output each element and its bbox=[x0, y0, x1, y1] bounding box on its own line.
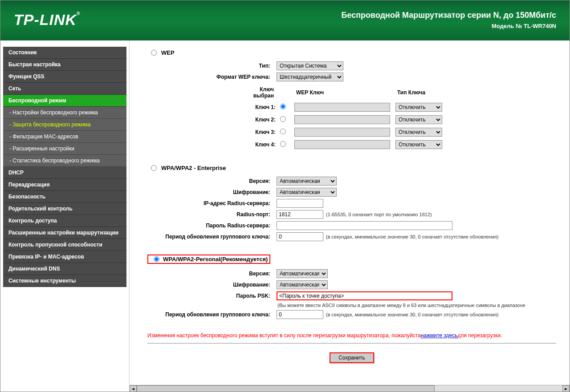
sidebar-item-5[interactable]: - Настройки беспроводного режима bbox=[3, 107, 126, 119]
radio-enterprise[interactable] bbox=[151, 165, 157, 171]
sidebar-item-18[interactable]: Динамический DNS bbox=[3, 263, 126, 275]
ent-radius-port-label: Radius-порт: bbox=[147, 211, 277, 218]
ent-version-label: Версия: bbox=[147, 178, 277, 184]
wep-key-radio-2[interactable] bbox=[280, 129, 286, 134]
reboot-notice: Изменения настроек беспроводного режима … bbox=[147, 332, 556, 339]
wep-key-input-2[interactable] bbox=[294, 128, 390, 137]
sidebar-item-7[interactable]: - Фильтрация MAC-адресов bbox=[3, 131, 126, 143]
sidebar-item-17[interactable]: Привязка IP- и MAC-адресов bbox=[3, 251, 126, 263]
wep-key-radio-3[interactable] bbox=[280, 141, 286, 147]
per-psk-help: (Вы можете ввести ASCII символы в диапаз… bbox=[277, 303, 525, 308]
ent-radius-ip-input[interactable] bbox=[277, 199, 323, 208]
save-button[interactable]: Сохранить bbox=[330, 352, 374, 363]
sidebar-item-19[interactable]: Системные инструменты bbox=[3, 275, 126, 287]
enterprise-title: WPA/WPA2 - Enterprise bbox=[161, 165, 226, 171]
wep-type-select[interactable]: Открытая Система bbox=[277, 61, 343, 70]
separator bbox=[147, 343, 556, 344]
wep-selected-header: Ключ выбран bbox=[242, 85, 277, 101]
sidebar-item-9[interactable]: - Статистика беспроводного режима bbox=[3, 155, 126, 167]
logo: TP-LINK® bbox=[14, 11, 80, 28]
per-rekey-input[interactable] bbox=[277, 310, 323, 319]
ent-radius-pass-label: Пароль Radius-сервера: bbox=[147, 222, 277, 229]
radio-wep[interactable] bbox=[151, 50, 157, 56]
sidebar-item-12[interactable]: Безопасность bbox=[3, 191, 126, 203]
personal-title: WPA/WPA2-Personal(Рекомендуется) bbox=[163, 256, 268, 263]
section-wep: WEP Тип: Открытая Система Формат WEP клю… bbox=[147, 49, 556, 151]
ent-cipher-label: Шифрование: bbox=[147, 189, 277, 195]
ent-radius-pass-input[interactable] bbox=[277, 221, 452, 230]
sidebar-item-0[interactable]: Состояние bbox=[3, 47, 126, 59]
per-version-select[interactable]: Автоматическая bbox=[277, 269, 328, 278]
sidebar-item-10[interactable]: DHCP bbox=[3, 167, 126, 179]
header-info: Беспроводной Маршрутизатор серии N, до 1… bbox=[341, 11, 556, 29]
wep-key-table: Ключ выбран WEP Ключ Тип Ключа Ключ 1:От… bbox=[241, 84, 445, 151]
wep-key-radio-0[interactable] bbox=[280, 104, 286, 109]
sidebar-item-2[interactable]: Функция QSS bbox=[3, 71, 126, 83]
sidebar-item-4[interactable]: Беспроводной режим bbox=[3, 95, 126, 107]
wep-key-type-1[interactable]: Отключить bbox=[395, 115, 442, 124]
per-psk-label: Пароль PSK: bbox=[147, 293, 277, 299]
main-content: WEP Тип: Открытая Система Формат WEP клю… bbox=[130, 40, 570, 392]
ent-cipher-select[interactable]: Автоматическая bbox=[277, 188, 337, 197]
wep-type-label: Тип: bbox=[147, 63, 277, 69]
wep-title: WEP bbox=[161, 49, 175, 56]
wep-key-type-3[interactable]: Отключить bbox=[395, 140, 442, 149]
scroll-left-icon[interactable]: ◄ bbox=[130, 385, 137, 392]
ent-version-select[interactable]: Автоматическая bbox=[277, 177, 337, 186]
ent-rekey-label: Период обновления группового ключа: bbox=[147, 234, 277, 240]
ent-radius-port-input[interactable] bbox=[277, 210, 323, 219]
scroll-thumb[interactable] bbox=[137, 385, 435, 392]
per-rekey-help: (в секундах, минимальное значение 30, 0 … bbox=[326, 312, 498, 317]
wep-key-header: WEP Ключ bbox=[293, 85, 393, 101]
ent-radius-port-help: (1-65535, 0 означает порт по умолчанию 1… bbox=[326, 212, 432, 217]
sidebar-item-16[interactable]: Контроль пропускной способности bbox=[3, 239, 126, 251]
sidebar-item-11[interactable]: Переадресация bbox=[3, 179, 126, 191]
per-cipher-label: Шифрование: bbox=[147, 282, 277, 288]
sidebar-item-8[interactable]: - Расширенные настройки bbox=[3, 143, 126, 155]
sidebar: СостояниеБыстрая настройкаФункция QSSСет… bbox=[0, 40, 130, 392]
header-model: Модель № TL-WR740N bbox=[341, 23, 556, 29]
wep-keytype-header: Тип Ключа bbox=[394, 85, 444, 101]
sidebar-item-3[interactable]: Сеть bbox=[3, 83, 126, 95]
section-enterprise: WPA/WPA2 - Enterprise Версия: Автоматиче… bbox=[147, 165, 556, 241]
horizontal-scrollbar[interactable]: ◄ ► bbox=[130, 385, 570, 392]
per-psk-input[interactable] bbox=[277, 291, 452, 300]
radio-personal[interactable] bbox=[154, 256, 159, 262]
wep-format-label: Формат WEP ключа: bbox=[147, 74, 277, 80]
wep-key-type-0[interactable]: Отключить bbox=[395, 103, 442, 112]
header: TP-LINK® Беспроводной Маршрутизатор сери… bbox=[0, 0, 570, 40]
wep-format-select[interactable]: Шестнадцатеричный bbox=[277, 73, 343, 81]
wep-key-input-0[interactable] bbox=[294, 103, 390, 112]
per-cipher-select[interactable]: Автоматическая bbox=[277, 280, 328, 289]
section-personal: WPA/WPA2-Personal(Рекомендуется) Версия:… bbox=[147, 255, 556, 319]
sidebar-item-13[interactable]: Родительский контроль bbox=[3, 203, 126, 215]
per-rekey-label: Период обновления группового ключа: bbox=[147, 311, 277, 318]
scroll-right-icon[interactable]: ► bbox=[562, 385, 570, 392]
wep-key-row-0: Ключ 1:Отключить bbox=[242, 101, 444, 113]
ent-rekey-input[interactable] bbox=[277, 232, 323, 241]
ent-radius-ip-label: IP-адрес Radius-сервера: bbox=[147, 200, 277, 206]
wep-key-row-2: Ключ 3:Отключить bbox=[242, 126, 444, 138]
sidebar-item-6[interactable]: - Защита беспроводного режима bbox=[3, 119, 126, 131]
sidebar-item-1[interactable]: Быстрая настройка bbox=[3, 59, 126, 71]
wep-key-row-3: Ключ 4:Отключить bbox=[242, 139, 444, 150]
header-title: Беспроводной Маршрутизатор серии N, до 1… bbox=[341, 11, 556, 20]
reboot-link[interactable]: нажмите здесь bbox=[421, 332, 458, 339]
ent-rekey-help: (в секундах, минимальное значение 30, 0 … bbox=[326, 234, 498, 239]
sidebar-item-15[interactable]: Расширенные настройки маршрутизации bbox=[3, 227, 126, 239]
wep-key-type-2[interactable]: Отключить bbox=[395, 128, 442, 137]
per-version-label: Версия: bbox=[147, 271, 277, 277]
wep-key-input-1[interactable] bbox=[294, 115, 390, 124]
sidebar-item-14[interactable]: Контроль доступа bbox=[3, 215, 126, 227]
wep-key-radio-1[interactable] bbox=[280, 116, 286, 122]
wep-key-input-3[interactable] bbox=[294, 140, 390, 149]
wep-key-row-1: Ключ 2:Отключить bbox=[242, 114, 444, 125]
